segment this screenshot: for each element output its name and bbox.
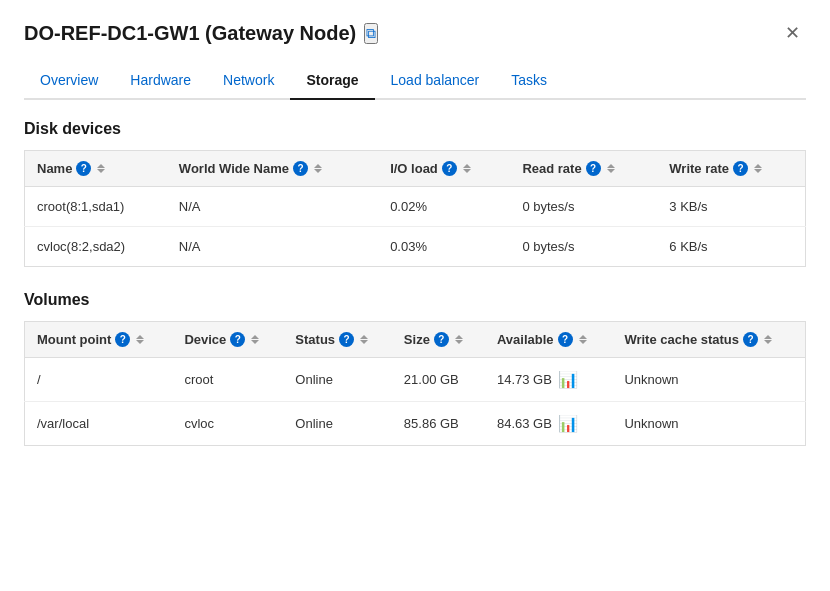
table-row: /var/local cvloc Online 85.86 GB 84.63 G… <box>25 402 806 446</box>
table-row: / croot Online 21.00 GB 14.73 GB 📊 Unkno… <box>25 358 806 402</box>
device-sort-icon[interactable] <box>251 335 259 344</box>
size-sort-icon[interactable] <box>455 335 463 344</box>
disk-name: cvloc(8:2,sda2) <box>25 227 167 267</box>
disk-devices-table: Name ? World Wide Name ? <box>24 150 806 267</box>
vol-status: Online <box>283 402 392 446</box>
wwn-sort-icon[interactable] <box>314 164 322 173</box>
tab-hardware[interactable]: Hardware <box>114 62 207 100</box>
cache-sort-icon[interactable] <box>764 335 772 344</box>
bar-chart-icon[interactable]: 📊 <box>558 370 578 389</box>
vol-device: cvloc <box>172 402 283 446</box>
mount-sort-icon[interactable] <box>136 335 144 344</box>
available-help-icon[interactable]: ? <box>558 332 573 347</box>
device-help-icon[interactable]: ? <box>230 332 245 347</box>
vol-available: 14.73 GB 📊 <box>485 358 612 402</box>
tab-overview[interactable]: Overview <box>24 62 114 100</box>
disk-io: 0.03% <box>378 227 510 267</box>
tab-load-balancer[interactable]: Load balancer <box>375 62 496 100</box>
disk-write: 6 KB/s <box>657 227 805 267</box>
disk-name: croot(8:1,sda1) <box>25 187 167 227</box>
bar-chart-icon[interactable]: 📊 <box>558 414 578 433</box>
disk-read: 0 bytes/s <box>510 187 657 227</box>
close-button[interactable]: ✕ <box>779 20 806 46</box>
available-sort-icon[interactable] <box>579 335 587 344</box>
title-text: DO-REF-DC1-GW1 (Gateway Node) <box>24 22 356 45</box>
write-help-icon[interactable]: ? <box>733 161 748 176</box>
panel-header: DO-REF-DC1-GW1 (Gateway Node) ⧉ ✕ <box>24 20 806 46</box>
size-help-icon[interactable]: ? <box>434 332 449 347</box>
col-name: Name ? <box>25 151 167 187</box>
external-link-icon[interactable]: ⧉ <box>364 23 378 44</box>
panel-title: DO-REF-DC1-GW1 (Gateway Node) ⧉ <box>24 22 378 45</box>
write-sort-icon[interactable] <box>754 164 762 173</box>
vol-size: 85.86 GB <box>392 402 485 446</box>
volumes-title: Volumes <box>24 291 806 309</box>
vol-mount-point: /var/local <box>25 402 173 446</box>
vol-available: 84.63 GB 📊 <box>485 402 612 446</box>
status-help-icon[interactable]: ? <box>339 332 354 347</box>
col-size: Size ? <box>392 322 485 358</box>
disk-read: 0 bytes/s <box>510 227 657 267</box>
tab-tasks[interactable]: Tasks <box>495 62 563 100</box>
read-help-icon[interactable]: ? <box>586 161 601 176</box>
vol-write-cache: Unknown <box>612 402 805 446</box>
status-sort-icon[interactable] <box>360 335 368 344</box>
vol-status: Online <box>283 358 392 402</box>
name-sort-icon[interactable] <box>97 164 105 173</box>
volumes-header-row: Mount point ? Device ? <box>25 322 806 358</box>
col-device: Device ? <box>172 322 283 358</box>
vol-write-cache: Unknown <box>612 358 805 402</box>
vol-mount-point: / <box>25 358 173 402</box>
disk-devices-title: Disk devices <box>24 120 806 138</box>
volumes-section: Volumes Mount point ? Device ? <box>24 291 806 446</box>
col-read-rate: Read rate ? <box>510 151 657 187</box>
tab-bar: Overview Hardware Network Storage Load b… <box>24 62 806 100</box>
wwn-help-icon[interactable]: ? <box>293 161 308 176</box>
volumes-table: Mount point ? Device ? <box>24 321 806 446</box>
disk-wwn: N/A <box>167 187 378 227</box>
name-help-icon[interactable]: ? <box>76 161 91 176</box>
disk-io: 0.02% <box>378 187 510 227</box>
cache-help-icon[interactable]: ? <box>743 332 758 347</box>
read-sort-icon[interactable] <box>607 164 615 173</box>
col-world-wide-name: World Wide Name ? <box>167 151 378 187</box>
col-io-load: I/O load ? <box>378 151 510 187</box>
col-available: Available ? <box>485 322 612 358</box>
col-mount-point: Mount point ? <box>25 322 173 358</box>
vol-device: croot <box>172 358 283 402</box>
mount-help-icon[interactable]: ? <box>115 332 130 347</box>
table-row: croot(8:1,sda1) N/A 0.02% 0 bytes/s 3 KB… <box>25 187 806 227</box>
disk-devices-section: Disk devices Name ? World Wide Name <box>24 120 806 267</box>
disk-wwn: N/A <box>167 227 378 267</box>
col-status: Status ? <box>283 322 392 358</box>
io-sort-icon[interactable] <box>463 164 471 173</box>
vol-size: 21.00 GB <box>392 358 485 402</box>
io-help-icon[interactable]: ? <box>442 161 457 176</box>
tab-storage[interactable]: Storage <box>290 62 374 100</box>
col-write-rate: Write rate ? <box>657 151 805 187</box>
panel: DO-REF-DC1-GW1 (Gateway Node) ⧉ ✕ Overvi… <box>0 0 830 490</box>
disk-devices-header-row: Name ? World Wide Name ? <box>25 151 806 187</box>
disk-write: 3 KB/s <box>657 187 805 227</box>
col-write-cache-status: Write cache status ? <box>612 322 805 358</box>
tab-network[interactable]: Network <box>207 62 290 100</box>
table-row: cvloc(8:2,sda2) N/A 0.03% 0 bytes/s 6 KB… <box>25 227 806 267</box>
